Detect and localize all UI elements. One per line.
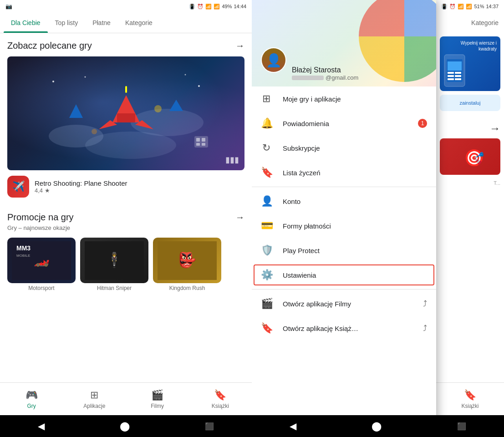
- menu-item-moje-gry[interactable]: ⊞ Moje gry i aplikacje: [252, 86, 436, 111]
- section1-header: Zobacz polecane gry →: [7, 41, 244, 51]
- svg-rect-36: [448, 78, 454, 80]
- tab-dla-ciebie[interactable]: Dla Ciebie: [4, 13, 48, 33]
- nav-ksiazki[interactable]: 🔖 Książki: [189, 389, 252, 409]
- thumb-kingdom[interactable]: 👺 Kingdom Rush: [153, 238, 221, 291]
- external-arrow-ksiazki: ⤴: [423, 324, 427, 333]
- game-item-retro[interactable]: ✈️ Retro Shooting: Plane Shooter 4,4 ★: [7, 176, 244, 198]
- right-label: T...: [436, 178, 504, 188]
- home-button-left[interactable]: ⬤: [120, 421, 130, 432]
- bell-icon: 🔔: [261, 117, 272, 129]
- section2-arrow[interactable]: →: [235, 212, 244, 223]
- svg-text:👺: 👺: [178, 251, 196, 269]
- svg-text:MOBILE: MOBILE: [16, 254, 30, 258]
- promo-art: [442, 52, 488, 89]
- menu-item-play-protect[interactable]: 🛡️ Play Protect: [252, 238, 436, 263]
- christmas-card[interactable]: 🎯: [440, 138, 500, 175]
- svg-point-14: [154, 105, 162, 112]
- menu-item-lista-zyczen[interactable]: 🔖 Lista życzeń: [252, 160, 436, 185]
- thumb-hitman[interactable]: 🕴️ Hitman Sniper: [80, 238, 148, 291]
- nav-filmy[interactable]: 🎬 Filmy: [126, 389, 189, 409]
- email-blur: [292, 76, 324, 80]
- svg-point-2: [85, 132, 176, 159]
- svg-rect-18: [202, 138, 205, 142]
- home-button-right[interactable]: ⬤: [372, 421, 382, 432]
- recent-button-right[interactable]: ⬛: [457, 422, 466, 431]
- svg-point-10: [52, 81, 54, 82]
- spacer1: [7, 205, 244, 212]
- menu-item-powiadomienia[interactable]: 🔔 Powiadomienia 1: [252, 111, 436, 136]
- menu-item-otworz-ksiazki[interactable]: 🔖 Otwórz aplikację Książ… ⤴: [252, 316, 436, 340]
- thumb-motorsport[interactable]: 🏎️ MM3 MOBILE Motorsport: [7, 238, 76, 291]
- drawer-email: Moje gry i aplikacje @gmail.com: [292, 74, 358, 81]
- menu-label-formy-platnosci: Formy płatności: [283, 222, 427, 230]
- divider-2: [252, 289, 436, 290]
- drawer: 👤 Błażej Starosta Moje gry i aplikacje @…: [252, 0, 436, 437]
- svg-rect-31: [448, 61, 462, 71]
- menu-label-moje-gry: Moje gry i aplikacje: [283, 95, 427, 103]
- menu-item-formy-platnosci[interactable]: 💳 Formy płatności: [252, 213, 436, 238]
- tab-platne[interactable]: Płatne: [85, 13, 118, 33]
- divider-1: [252, 187, 436, 187]
- battery-left: 49%: [222, 4, 232, 9]
- gry-icon: 🎮: [25, 389, 38, 401]
- svg-rect-16: [194, 136, 208, 147]
- svg-rect-32: [448, 72, 454, 74]
- nav-aplikacje[interactable]: ⊞ Aplikacje: [63, 389, 126, 409]
- vibrate-icon-right: 📳: [441, 4, 448, 10]
- external-arrow-filmy: ⤴: [423, 299, 427, 309]
- grid-icon: ⊞: [261, 93, 272, 105]
- time-right: 14:37: [486, 4, 499, 9]
- svg-text:🏎️: 🏎️: [34, 252, 50, 267]
- nav-gry[interactable]: 🎮 Gry: [0, 389, 63, 409]
- shield-icon: 🛡️: [261, 244, 272, 256]
- ksiazki-icon: 🔖: [214, 389, 226, 401]
- menu-label-lista-zyczen: Lista życzeń: [283, 169, 427, 177]
- menu-item-otworz-filmy[interactable]: 🎬 Otwórz aplikację Filmy ⤴: [252, 291, 436, 316]
- svg-point-13: [184, 74, 186, 76]
- nav-label-gry: Gry: [27, 403, 36, 409]
- camera-icon-left: 📷: [5, 3, 12, 10]
- person-icon: 👤: [261, 195, 272, 207]
- wifi-icon: 📶: [205, 4, 212, 10]
- gear-icon: ⚙️: [261, 269, 272, 281]
- svg-text:MM3: MM3: [16, 244, 31, 252]
- status-icons-left: 📳 ⏰ 📶 📶 49% 14:44: [189, 4, 246, 10]
- bottom-nav-right-fragment: 🔖 Książki: [436, 382, 504, 415]
- alarm-icon: ⏰: [197, 4, 204, 10]
- notification-badge: 1: [418, 119, 427, 128]
- signal-icon: 📶: [214, 4, 220, 10]
- menu-item-subskrypcje[interactable]: ↻ Subskrypcje: [252, 136, 436, 160]
- avatar: 👤: [261, 47, 286, 73]
- film-icon: 🎬: [261, 298, 272, 310]
- promo-card-right[interactable]: Wypełnij wiersze i kwadraty: [440, 36, 500, 91]
- section1-arrow[interactable]: →: [235, 41, 244, 51]
- featured-game-banner[interactable]: ▮▮▮: [7, 56, 244, 170]
- recent-button-left[interactable]: ⬛: [205, 422, 214, 431]
- tab-top-listy[interactable]: Top listy: [48, 13, 86, 33]
- thumb-img-motorsport: 🏎️ MM3 MOBILE: [7, 238, 76, 283]
- back-button-left[interactable]: ◀: [38, 421, 45, 432]
- menu-item-konto[interactable]: 👤 Konto: [252, 189, 436, 213]
- ksiazki-icon-right: 🔖: [464, 389, 476, 401]
- svg-marker-8: [169, 100, 183, 111]
- menu-item-ustawienia[interactable]: ⚙️ Ustawienia: [252, 263, 436, 287]
- tab-kategorie[interactable]: Kategorie: [118, 13, 160, 33]
- section2-title: Promocje na gry: [7, 212, 74, 223]
- game-rating-retro: 4,4 ★: [35, 187, 244, 194]
- reinstall-card[interactable]: zainstaluj: [440, 95, 500, 111]
- right-tab-kategorie[interactable]: Kategorie: [436, 13, 504, 33]
- game-name-retro: Retro Shooting: Plane Shooter: [35, 179, 244, 187]
- refresh-icon: ↻: [261, 142, 272, 154]
- section1-title: Zobacz polecane gry: [7, 41, 92, 51]
- svg-rect-9: [125, 86, 127, 93]
- svg-rect-19: [196, 143, 200, 146]
- ksiazki-label-right: Książki: [461, 403, 479, 409]
- thumb-label-motorsport: Motorsport: [7, 285, 76, 291]
- arrow-right-card: →: [440, 122, 500, 135]
- menu-label-powiadomienia: Powiadomienia: [283, 120, 407, 127]
- back-button-right[interactable]: ◀: [290, 421, 296, 432]
- main-content-left: Zobacz polecane gry →: [0, 33, 252, 382]
- svg-point-15: [92, 129, 97, 134]
- menu-label-konto: Konto: [283, 198, 427, 205]
- bars-icon: ▮▮▮: [225, 155, 239, 165]
